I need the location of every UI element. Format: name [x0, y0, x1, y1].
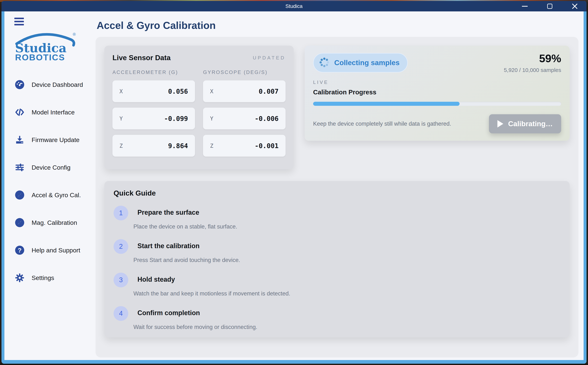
- maximize-button[interactable]: [546, 3, 554, 10]
- gyro-z-tile: Z -0.001: [203, 135, 285, 157]
- gyro-y-tile: Y -0.006: [203, 108, 285, 129]
- sidebar-item-label: Device Config: [32, 164, 71, 171]
- sidebar-item-device-config[interactable]: Device Config: [14, 162, 95, 173]
- quick-guide-card: Quick Guide 1 Prepare the surface Place …: [104, 181, 570, 337]
- sidebar-item-accel-gyro-cal[interactable]: Accel & Gyro Cal.: [14, 190, 95, 200]
- main-content: Accel & Gyro Calibration Live Sensor Dat…: [95, 11, 584, 360]
- sidebar-item-label: Model Interface: [32, 109, 74, 116]
- logo-subtitle: ROBOTICS: [15, 52, 77, 62]
- app-window: Studica Studica ®: [1, 1, 587, 364]
- live-sensor-card: Live Sensor Data UPDATED ACCELEROMETER (…: [104, 46, 294, 169]
- axis-label: Z: [210, 143, 213, 149]
- quick-guide-title: Quick Guide: [114, 189, 561, 197]
- guide-step-1: 1 Prepare the surface Place the device o…: [114, 206, 561, 230]
- accel-y-tile: Y -0.099: [112, 108, 195, 129]
- sidebar-item-model-interface[interactable]: Model Interface: [14, 107, 95, 118]
- gyro-x-tile: X 0.007: [203, 80, 285, 102]
- logo-swoosh-icon: Studica ®: [14, 31, 77, 55]
- sensor-value: -0.099: [164, 115, 188, 122]
- sliders-icon: [14, 162, 25, 173]
- live-sensor-title: Live Sensor Data: [112, 54, 170, 62]
- compass-icon: [14, 190, 25, 200]
- sidebar-item-mag-calibration[interactable]: Mag. Calibration: [14, 217, 95, 228]
- minimize-button[interactable]: [521, 3, 528, 10]
- sidebar-item-settings[interactable]: Settings: [14, 273, 95, 283]
- samples-count: 5,920 / 10,000 samples: [504, 67, 561, 73]
- accelerometer-column: ACCELEROMETER (G) X 0.056 Y -0.099: [112, 70, 195, 157]
- sensor-value: 0.007: [259, 88, 278, 95]
- step-number-badge: 4: [114, 306, 128, 321]
- status-pill-label: Collecting samples: [334, 59, 399, 67]
- status-pill: Collecting samples: [313, 53, 408, 72]
- step-description: Place the device on a stable, flat surfa…: [133, 223, 237, 230]
- axis-label: Y: [119, 115, 123, 122]
- calibrating-button[interactable]: Calibrating…: [489, 114, 561, 133]
- sidebar-nav: Device Dashboard Model Interface: [14, 79, 95, 300]
- close-button[interactable]: [571, 3, 578, 10]
- sidebar-item-label: Help and Support: [32, 247, 80, 254]
- gyroscope-column: GYROSCOPE (DEG/S) X 0.007 Y -0.006: [203, 70, 285, 157]
- calibration-hint: Keep the device completely still while d…: [313, 120, 451, 127]
- axis-label: X: [119, 88, 123, 95]
- calibrating-button-label: Calibrating…: [508, 120, 553, 128]
- sidebar-item-device-dashboard[interactable]: Device Dashboard: [14, 79, 95, 90]
- step-title: Prepare the surface: [137, 209, 237, 216]
- svg-text:®: ®: [73, 32, 76, 37]
- sidebar-item-label: Accel & Gyro Cal.: [32, 191, 81, 199]
- speedometer-icon: [14, 79, 25, 90]
- step-description: Watch the bar and keep it motionless if …: [133, 290, 290, 297]
- gyroscope-label: GYROSCOPE (DEG/S): [203, 70, 285, 75]
- download-icon: [14, 134, 25, 145]
- close-icon: [572, 3, 578, 9]
- guide-step-3: 3 Hold steady Watch the bar and keep it …: [114, 273, 561, 297]
- compass-icon: [14, 217, 25, 228]
- progress-title: Calibration Progress: [313, 89, 561, 96]
- code-icon: [14, 107, 25, 118]
- progress-bar: [313, 102, 561, 106]
- step-title: Hold steady: [137, 276, 290, 283]
- axis-label: Z: [119, 143, 123, 149]
- play-icon: [497, 120, 503, 127]
- progress-bar-fill: [313, 102, 460, 106]
- window-controls: [521, 1, 578, 11]
- axis-label: X: [210, 88, 213, 95]
- content-panel: Live Sensor Data UPDATED ACCELEROMETER (…: [95, 37, 578, 358]
- step-title: Confirm completion: [137, 309, 257, 317]
- sensor-value: 0.056: [168, 88, 188, 95]
- sidebar: Studica ® ROBOTICS: [4, 11, 95, 360]
- sensor-value: 9.864: [168, 142, 188, 150]
- sidebar-item-help-support[interactable]: ? Help and Support: [14, 245, 95, 256]
- step-description: Wait for success before moving or discon…: [133, 324, 257, 330]
- accel-x-tile: X 0.056: [112, 80, 195, 102]
- step-number-badge: 3: [114, 273, 128, 287]
- sidebar-item-firmware-update[interactable]: Firmware Update: [14, 134, 95, 145]
- axis-label: Y: [210, 115, 213, 122]
- svg-text:?: ?: [18, 247, 22, 254]
- gear-icon: [14, 273, 25, 283]
- progress-percent: 59%: [504, 53, 561, 64]
- calibration-progress-card: Collecting samples 59% 5,920 / 10,000 sa…: [305, 46, 570, 141]
- window-title: Studica: [285, 3, 303, 9]
- sidebar-item-label: Mag. Calibration: [32, 219, 77, 226]
- live-label: LIVE: [313, 79, 561, 85]
- guide-step-4: 4 Confirm completion Wait for success be…: [114, 306, 561, 330]
- minimize-icon: [522, 6, 528, 7]
- studica-logo: Studica ® ROBOTICS: [14, 31, 77, 62]
- guide-step-2: 2 Start the calibration Press Start and …: [114, 239, 561, 263]
- sidebar-item-label: Firmware Update: [32, 136, 80, 143]
- page: Studica ® ROBOTICS: [4, 11, 584, 360]
- updated-badge: UPDATED: [253, 55, 285, 61]
- spinner-icon: [319, 57, 330, 68]
- step-title: Start the calibration: [137, 242, 240, 250]
- sidebar-item-label: Device Dashboard: [32, 81, 83, 88]
- sensor-value: -0.001: [255, 142, 278, 150]
- sensor-value: -0.006: [255, 115, 278, 122]
- step-description: Press Start and avoid touching the devic…: [133, 257, 240, 263]
- titlebar[interactable]: Studica: [1, 1, 587, 11]
- accel-z-tile: Z 9.864: [112, 135, 195, 157]
- sidebar-item-label: Settings: [32, 274, 54, 281]
- question-icon: ?: [14, 245, 25, 256]
- hamburger-menu-icon[interactable]: [14, 18, 24, 25]
- step-number-badge: 1: [114, 206, 128, 220]
- accelerometer-label: ACCELEROMETER (G): [112, 70, 195, 75]
